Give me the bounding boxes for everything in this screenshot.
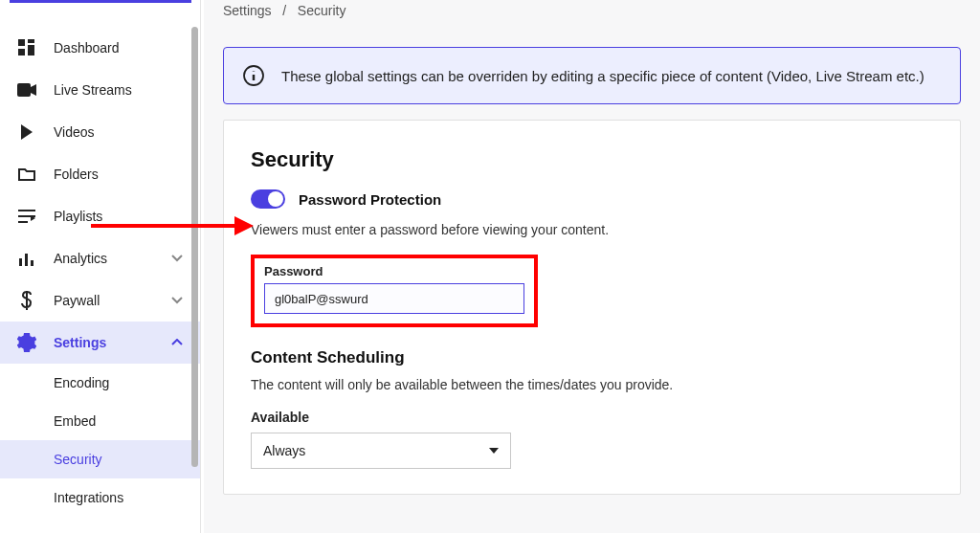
toggle-knob — [268, 191, 283, 207]
bar-chart-icon — [17, 249, 36, 268]
sidebar-item-analytics[interactable]: Analytics — [0, 237, 200, 279]
sidebar-item-label: Analytics — [54, 251, 107, 266]
password-protection-label: Password Protection — [299, 191, 441, 208]
svg-rect-2 — [28, 45, 34, 56]
sidebar-item-live-streams[interactable]: Live Streams — [0, 69, 200, 111]
sidebar-item-paywall[interactable]: Paywall — [0, 279, 200, 322]
security-card: Security Password Protection Viewers mus… — [223, 120, 961, 495]
available-selected-value: Always — [263, 443, 305, 458]
svg-rect-0 — [18, 39, 25, 46]
breadcrumb-security: Security — [298, 3, 346, 18]
password-highlight-box: Password — [251, 255, 538, 327]
sidebar-item-label: Dashboard — [54, 40, 120, 56]
sidebar-item-videos[interactable]: Videos — [0, 111, 200, 153]
svg-rect-1 — [28, 39, 34, 43]
sidebar-scrollbar[interactable] — [191, 0, 198, 533]
password-protection-row: Password Protection — [251, 189, 933, 209]
breadcrumb-separator: / — [275, 3, 293, 18]
playlist-icon — [17, 207, 36, 226]
sidebar-subitem-label: Encoding — [54, 375, 109, 390]
camera-icon — [17, 80, 36, 100]
info-icon — [243, 65, 264, 86]
sidebar-subitem-label: Embed — [54, 413, 96, 429]
chevron-down-icon — [171, 255, 183, 262]
sidebar-item-label: Playlists — [54, 209, 102, 224]
content-scheduling-heading: Content Scheduling — [251, 348, 933, 367]
info-banner-text: These global settings can be overriden b… — [281, 68, 924, 84]
chevron-down-icon — [171, 297, 183, 304]
breadcrumb: Settings / Security — [204, 0, 980, 30]
svg-rect-3 — [18, 49, 25, 56]
info-banner: These global settings can be overriden b… — [223, 47, 961, 104]
sidebar-item-label: Live Streams — [54, 82, 132, 98]
dollar-icon — [17, 291, 36, 310]
sidebar-subitem-security[interactable]: Security — [0, 440, 200, 478]
svg-rect-4 — [17, 83, 31, 97]
folder-icon — [17, 165, 36, 184]
scrollbar-thumb[interactable] — [191, 27, 198, 467]
chevron-up-icon — [171, 339, 183, 346]
sidebar-subitem-integrations[interactable]: Integrations — [54, 478, 200, 517]
sidebar-item-label: Folders — [54, 167, 99, 182]
svg-rect-8 — [19, 258, 22, 266]
settings-submenu: Encoding Embed Security Integrations — [0, 364, 200, 517]
svg-rect-7 — [18, 221, 28, 223]
gear-icon — [17, 333, 36, 352]
password-protection-help: Viewers must enter a password before vie… — [251, 222, 933, 237]
sidebar-item-label: Settings — [54, 335, 106, 350]
sidebar-subitem-embed[interactable]: Embed — [54, 402, 200, 440]
sidebar-subitem-encoding[interactable]: Encoding — [54, 364, 200, 402]
available-label: Available — [251, 410, 933, 425]
breadcrumb-settings[interactable]: Settings — [223, 3, 272, 18]
sidebar-item-folders[interactable]: Folders — [0, 153, 200, 195]
password-protection-toggle[interactable] — [251, 189, 285, 209]
dashboard-icon — [17, 38, 36, 57]
content-scheduling-help: The content will only be available betwe… — [251, 377, 933, 392]
sidebar-accent-bar — [10, 0, 191, 3]
sidebar-item-label: Videos — [54, 124, 95, 140]
sidebar-item-settings[interactable]: Settings — [0, 322, 200, 364]
sidebar-subitem-label: Integrations — [54, 490, 123, 505]
svg-rect-5 — [18, 210, 35, 211]
sidebar-subitem-label: Security — [54, 452, 102, 467]
security-heading: Security — [251, 147, 933, 172]
password-field-label: Password — [264, 264, 524, 278]
svg-rect-9 — [25, 254, 28, 266]
sidebar-item-dashboard[interactable]: Dashboard — [0, 27, 200, 69]
main-content: Settings / Security These global setting… — [204, 0, 980, 533]
sidebar: Dashboard Live Streams Videos Folders Pl — [0, 0, 201, 533]
caret-down-icon — [489, 448, 499, 454]
available-select[interactable]: Always — [251, 433, 511, 469]
sidebar-item-label: Paywall — [54, 293, 100, 308]
play-icon — [17, 122, 36, 142]
sidebar-item-playlists[interactable]: Playlists — [0, 195, 200, 237]
svg-rect-10 — [31, 260, 33, 266]
password-input[interactable] — [264, 283, 524, 314]
